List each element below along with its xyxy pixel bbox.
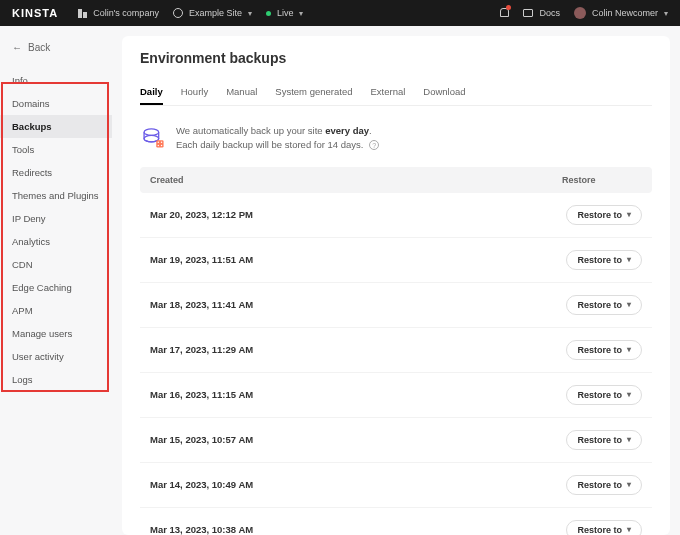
info-line-2: Each daily backup will be stored for 14 … (176, 138, 379, 152)
tab-hourly[interactable]: Hourly (181, 80, 208, 105)
sidebar-item-apm[interactable]: APM (0, 299, 112, 322)
tab-download[interactable]: Download (423, 80, 465, 105)
chevron-down-icon: ▾ (627, 390, 631, 399)
sidebar: ← Back InfoDomainsBackupsToolsRedirectsT… (0, 26, 112, 535)
backup-date: Mar 15, 2023, 10:57 AM (150, 434, 566, 445)
sidebar-item-logs[interactable]: Logs (0, 368, 112, 391)
table-row: Mar 18, 2023, 11:41 AMRestore to▾ (140, 283, 652, 328)
notification-dot-icon (506, 5, 511, 10)
restore-button[interactable]: Restore to▾ (566, 385, 642, 405)
restore-button[interactable]: Restore to▾ (566, 250, 642, 270)
restore-label: Restore to (577, 255, 622, 265)
info-banner: We automatically back up your site every… (140, 116, 652, 167)
backup-illustration-icon (140, 124, 166, 150)
restore-button[interactable]: Restore to▾ (566, 520, 642, 536)
restore-button[interactable]: Restore to▾ (566, 205, 642, 225)
building-icon (78, 9, 87, 18)
arrow-left-icon: ← (12, 42, 22, 53)
restore-label: Restore to (577, 525, 622, 535)
backup-date: Mar 16, 2023, 11:15 AM (150, 389, 566, 400)
sidebar-item-manage-users[interactable]: Manage users (0, 322, 112, 345)
site-name: Example Site (189, 8, 242, 18)
table-row: Mar 19, 2023, 11:51 AMRestore to▾ (140, 238, 652, 283)
backup-date: Mar 14, 2023, 10:49 AM (150, 479, 566, 490)
sidebar-item-tools[interactable]: Tools (0, 138, 112, 161)
restore-label: Restore to (577, 300, 622, 310)
page-title: Environment backups (140, 50, 652, 66)
avatar (574, 7, 586, 19)
sidebar-item-domains[interactable]: Domains (0, 92, 112, 115)
table-row: Mar 16, 2023, 11:15 AMRestore to▾ (140, 373, 652, 418)
site-selector[interactable]: Example Site ▾ (173, 8, 252, 18)
sidebar-item-cdn[interactable]: CDN (0, 253, 112, 276)
chevron-down-icon: ▾ (627, 480, 631, 489)
backup-date: Mar 19, 2023, 11:51 AM (150, 254, 566, 265)
restore-button[interactable]: Restore to▾ (566, 475, 642, 495)
info-line-1: We automatically back up your site every… (176, 124, 379, 138)
restore-button[interactable]: Restore to▾ (566, 295, 642, 315)
table-row: Mar 14, 2023, 10:49 AMRestore to▾ (140, 463, 652, 508)
svg-rect-2 (156, 140, 163, 147)
live-status-icon (266, 11, 271, 16)
topbar: KINSTA Colin's company Example Site ▾ Li… (0, 0, 680, 26)
table-row: Mar 13, 2023, 10:38 AMRestore to▾ (140, 508, 652, 536)
notifications-button[interactable] (499, 7, 509, 19)
docs-label: Docs (539, 8, 560, 18)
chevron-down-icon: ▾ (299, 9, 303, 18)
restore-label: Restore to (577, 210, 622, 220)
tab-manual[interactable]: Manual (226, 80, 257, 105)
sidebar-item-user-activity[interactable]: User activity (0, 345, 112, 368)
help-icon[interactable]: ? (369, 140, 379, 150)
tab-daily[interactable]: Daily (140, 80, 163, 105)
chevron-down-icon: ▾ (627, 435, 631, 444)
backup-date: Mar 20, 2023, 12:12 PM (150, 209, 566, 220)
sidebar-item-backups[interactable]: Backups (0, 115, 112, 138)
restore-label: Restore to (577, 480, 622, 490)
table-header: Created Restore (140, 167, 652, 193)
chevron-down-icon: ▾ (248, 9, 252, 18)
table-row: Mar 20, 2023, 12:12 PMRestore to▾ (140, 193, 652, 238)
table-row: Mar 17, 2023, 11:29 AMRestore to▾ (140, 328, 652, 373)
user-name: Colin Newcomer (592, 8, 658, 18)
table-row: Mar 15, 2023, 10:57 AMRestore to▾ (140, 418, 652, 463)
chevron-down-icon: ▾ (627, 255, 631, 264)
chevron-down-icon: ▾ (627, 525, 631, 534)
backup-date: Mar 13, 2023, 10:38 AM (150, 524, 566, 535)
sidebar-item-analytics[interactable]: Analytics (0, 230, 112, 253)
sidebar-item-redirects[interactable]: Redirects (0, 161, 112, 184)
sidebar-item-ip-deny[interactable]: IP Deny (0, 207, 112, 230)
svg-point-3 (158, 142, 159, 143)
chevron-down-icon: ▾ (627, 345, 631, 354)
svg-point-4 (161, 142, 162, 143)
sidebar-item-edge-caching[interactable]: Edge Caching (0, 276, 112, 299)
restore-label: Restore to (577, 345, 622, 355)
restore-button[interactable]: Restore to▾ (566, 430, 642, 450)
company-selector[interactable]: Colin's company (78, 8, 159, 18)
svg-point-6 (161, 145, 162, 146)
docs-link[interactable]: Docs (523, 8, 560, 18)
tabs: DailyHourlyManualSystem generatedExterna… (140, 80, 652, 106)
sidebar-item-info[interactable]: Info (0, 69, 112, 92)
svg-point-0 (144, 129, 159, 136)
backup-date: Mar 17, 2023, 11:29 AM (150, 344, 566, 355)
wordpress-icon (173, 8, 183, 18)
tab-system-generated[interactable]: System generated (275, 80, 352, 105)
sidebar-item-themes-and-plugins[interactable]: Themes and Plugins (0, 184, 112, 207)
restore-button[interactable]: Restore to▾ (566, 340, 642, 360)
tab-external[interactable]: External (370, 80, 405, 105)
back-label: Back (28, 42, 50, 53)
chevron-down-icon: ▾ (627, 300, 631, 309)
user-menu[interactable]: Colin Newcomer ▾ (574, 7, 668, 19)
folder-icon (523, 9, 533, 17)
svg-point-5 (158, 145, 159, 146)
chevron-down-icon: ▾ (627, 210, 631, 219)
logo[interactable]: KINSTA (12, 7, 58, 19)
back-button[interactable]: ← Back (0, 36, 112, 59)
main-content: Environment backups DailyHourlyManualSys… (122, 36, 670, 535)
header-restore: Restore (562, 175, 642, 185)
company-name: Colin's company (93, 8, 159, 18)
env-selector[interactable]: Live ▾ (266, 8, 304, 18)
env-label: Live (277, 8, 294, 18)
restore-label: Restore to (577, 435, 622, 445)
restore-label: Restore to (577, 390, 622, 400)
